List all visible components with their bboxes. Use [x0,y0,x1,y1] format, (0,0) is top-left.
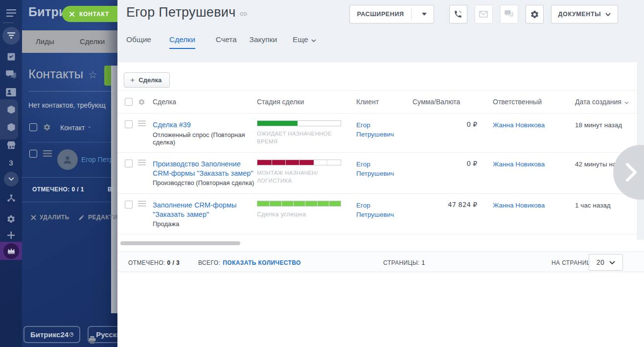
row-checkbox[interactable] [125,201,133,208]
deal-stage-progressbar[interactable] [257,120,341,126]
responsible-link[interactable]: Жанна Новикова [493,121,545,129]
printer-icon[interactable] [88,336,96,346]
add-deal-button[interactable]: + Сделка [124,72,170,88]
responsible-link[interactable]: Жанна Новикова [493,202,545,209]
settings-button[interactable] [526,5,544,23]
select-all-checkbox[interactable] [29,123,37,131]
documents-button[interactable]: ДОКУМЕНТЫ [551,5,618,23]
email-button[interactable] [475,5,493,23]
tab-more[interactable]: Еще [293,35,316,49]
edit-button[interactable]: РЕДАКТИРОВАТЬ [78,214,117,221]
slider-panel: Егор Петрушевич РАСШИРЕНИЯ [117,0,644,347]
deal-category: Отложенный спрос (Повторная сделка) [153,131,254,147]
favorite-star-icon[interactable]: ☆ [88,69,97,80]
delete-button[interactable]: УДАЛИТЬ [31,214,69,221]
deals-grid: Сделка Стадия сделки Клиент Сумма/Валюта… [117,91,644,234]
sidebar-item-tasks[interactable] [0,48,22,65]
call-button[interactable] [449,5,467,23]
sidebar-item-company[interactable] [0,137,22,153]
contact-name-link[interactable]: Егор Петрушевич [81,156,111,163]
gear-icon [6,214,16,224]
column-header-amount[interactable]: Сумма/Валюта [404,98,477,106]
deal-row[interactable]: Заполнение CRM-формы "Заказать замер"Про… [117,194,644,234]
client-link[interactable]: Егор Петрушевич [356,202,394,218]
chat-button[interactable] [500,5,518,23]
sidebar-item-settings[interactable] [0,210,22,227]
sidebar-expand-chevron[interactable] [4,172,19,186]
column-header-client[interactable]: Клиент [350,98,404,106]
plus-icon: + [130,76,135,85]
entity-title: Егор Петрушевич [126,5,236,20]
deal-stage-progressbar[interactable] [257,201,341,207]
caret-down-icon [422,13,427,16]
tab-general[interactable]: Общие [126,35,151,49]
sidebar-item-add[interactable] [0,227,22,243]
slider-header: Егор Петрушевич РАСШИРЕНИЯ [117,0,644,62]
sidebar-badge-count[interactable]: 3 [0,154,22,171]
deal-stage-progressbar[interactable] [257,160,341,165]
row-checkbox[interactable] [125,120,133,128]
deal-title-link[interactable]: Заполнение CRM-формы "Заказать замер" [153,201,254,219]
divider [22,202,117,202]
envelope-icon [479,11,488,18]
column-header-responsible[interactable]: Ответственный [477,98,575,106]
deal-row[interactable]: Производство Заполнение CRM-формы "Заказ… [117,153,644,194]
show-count-link[interactable]: ПОКАЗАТЬ КОЛИЧЕСТВО [223,259,301,266]
extensions-button[interactable]: РАСШИРЕНИЯ [349,5,434,23]
column-header-stage[interactable]: Стадия сделки [254,98,350,106]
drag-handle-icon[interactable] [138,194,150,234]
chevron-down-icon [8,177,14,181]
sidebar-item-plan[interactable] [0,242,22,260]
deal-stage-label: Сделка успешна [257,210,343,219]
drag-handle-icon[interactable] [138,114,150,152]
clock-icon [69,332,73,337]
grid-settings-gear-icon[interactable] [43,123,51,133]
deal-row[interactable]: Сделка #39Отложенный спрос (Повторная сд… [117,114,644,153]
row-checkbox[interactable] [29,150,37,158]
client-link[interactable]: Егор Петрушевич [356,161,394,177]
storefront-icon [6,140,16,150]
left-sidebar: 3 [0,0,22,347]
column-header-contact[interactable]: Контакт⌃ [60,124,92,132]
add-contact-button-edge[interactable] [104,66,111,86]
sidebar-item-automation[interactable] [0,119,22,136]
sidebar-item-contacts[interactable] [0,84,22,100]
person-icon [62,154,73,165]
nav-tab-leads[interactable]: Лиды [36,30,54,53]
deal-category: Продажа [153,220,254,228]
deal-title-link[interactable]: Производство Заполнение CRM-формы "Заказ… [153,160,254,178]
sidebar-item-filter[interactable] [2,27,20,45]
client-link[interactable]: Егор Петрушевич [356,121,394,138]
per-page-select[interactable]: 20 [589,254,623,271]
scrollbar-thumb[interactable] [120,241,240,245]
close-slider-icon[interactable] [69,11,75,17]
tab-deals[interactable]: Сделки [169,35,195,49]
sidebar-item-crm[interactable] [0,101,22,118]
drag-handle-icon[interactable] [138,153,150,193]
menu-hamburger-icon[interactable] [0,5,22,22]
tab-invoices[interactable]: Счета [216,35,237,49]
sidebar-item-chat[interactable] [0,66,22,83]
background-total-label: ВСЕГО: [108,186,117,193]
copy-link-icon[interactable] [239,10,248,20]
chevron-down-icon [609,261,615,264]
responsible-link[interactable]: Жанна Новикова [493,161,545,168]
plus-icon [7,231,15,239]
drag-handle-icon[interactable] [43,150,52,159]
entity-tabs: Общие Сделки Счета Закупки Еще [126,35,618,49]
sitemap-icon [7,194,16,203]
select-all-checkbox[interactable] [125,98,133,106]
row-checkbox[interactable] [125,160,133,167]
grid-settings-gear-icon[interactable] [138,98,150,106]
bitrix24-brand-button[interactable]: Битрикс24 [23,326,80,343]
sidebar-item-sitemap[interactable] [0,190,22,207]
contact-card-icon [6,88,16,96]
column-header-deal[interactable]: Сделка [150,98,254,106]
nav-tab-deals[interactable]: Сделки [80,30,105,53]
deal-title-link[interactable]: Сделка #39 [153,120,254,130]
tab-purchases[interactable]: Закупки [250,35,277,49]
deals-toolbar: + Сделка [117,62,644,91]
contact-avatar[interactable] [57,149,78,170]
column-header-created[interactable]: Дата создания [575,98,644,106]
close-icon [31,215,36,220]
